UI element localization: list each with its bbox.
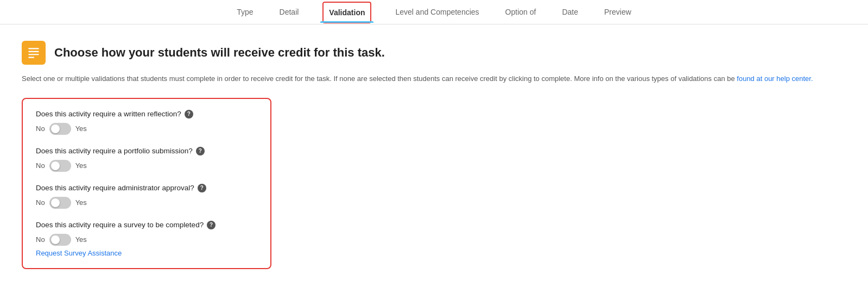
toggle-yes-label-portfolio-submission: Yes bbox=[75, 161, 87, 170]
toggle-yes-label-written-reflection: Yes bbox=[75, 125, 87, 133]
toggle-no-label-administrator-approval: No bbox=[36, 198, 45, 207]
toggle-switch-survey-completed[interactable] bbox=[49, 234, 71, 246]
tab-preview[interactable]: Preview bbox=[602, 0, 633, 24]
toggle-switch-portfolio-submission[interactable] bbox=[49, 160, 71, 172]
tab-level-competencies[interactable]: Level and Competencies bbox=[393, 0, 481, 24]
toggle-row-written-reflection: NoYes bbox=[36, 123, 257, 135]
toggle-slider-administrator-approval bbox=[49, 197, 71, 209]
description-before-link: Select one or multiple validations that … bbox=[22, 74, 737, 83]
toggle-no-label-portfolio-submission: No bbox=[36, 161, 45, 170]
toggle-row-portfolio-submission: NoYes bbox=[36, 160, 257, 172]
question-row-portfolio-submission: Does this activity require a portfolio s… bbox=[36, 147, 257, 172]
tab-date[interactable]: Date bbox=[560, 0, 580, 24]
tab-validation[interactable]: Validation bbox=[322, 2, 371, 23]
toggle-yes-label-administrator-approval: Yes bbox=[75, 198, 87, 207]
question-label-portfolio-submission: Does this activity require a portfolio s… bbox=[36, 147, 257, 155]
help-icon-written-reflection[interactable]: ? bbox=[185, 110, 193, 119]
toggle-yes-label-survey-completed: Yes bbox=[75, 235, 87, 244]
toggle-switch-administrator-approval[interactable] bbox=[49, 197, 71, 209]
tab-detail[interactable]: Detail bbox=[277, 0, 301, 24]
svg-rect-0 bbox=[28, 48, 39, 49]
question-row-written-reflection: Does this activity require a written ref… bbox=[36, 110, 257, 135]
toggle-row-survey-completed: NoYes bbox=[36, 234, 257, 246]
validation-box: Does this activity require a written ref… bbox=[22, 98, 271, 269]
tab-option-of[interactable]: Option of bbox=[503, 0, 538, 24]
svg-rect-2 bbox=[28, 54, 39, 55]
question-row-survey-completed: Does this activity require a survey to b… bbox=[36, 221, 257, 257]
tab-type[interactable]: Type bbox=[235, 0, 255, 24]
svg-rect-1 bbox=[28, 51, 39, 52]
help-center-link[interactable]: found at our help center. bbox=[737, 74, 813, 83]
help-icon-portfolio-submission[interactable]: ? bbox=[196, 147, 205, 155]
tab-navigation: TypeDetailValidationLevel and Competenci… bbox=[0, 0, 868, 24]
svg-rect-3 bbox=[28, 57, 34, 58]
main-content: Choose how your students will receive cr… bbox=[0, 24, 847, 285]
page-header: Choose how your students will receive cr… bbox=[22, 41, 825, 65]
page-title: Choose how your students will receive cr… bbox=[54, 46, 385, 60]
question-label-written-reflection: Does this activity require a written ref… bbox=[36, 110, 257, 119]
toggle-slider-portfolio-submission bbox=[49, 160, 71, 172]
toggle-switch-written-reflection[interactable] bbox=[49, 123, 71, 135]
help-icon-administrator-approval[interactable]: ? bbox=[198, 184, 206, 192]
description-text: Select one or multiple validations that … bbox=[22, 73, 825, 85]
question-label-survey-completed: Does this activity require a survey to b… bbox=[36, 221, 257, 229]
toggle-no-label-written-reflection: No bbox=[36, 125, 45, 133]
task-icon bbox=[22, 41, 46, 65]
question-label-administrator-approval: Does this activity require administrator… bbox=[36, 184, 257, 192]
toggle-no-label-survey-completed: No bbox=[36, 235, 45, 244]
question-row-administrator-approval: Does this activity require administrator… bbox=[36, 184, 257, 209]
toggle-row-administrator-approval: NoYes bbox=[36, 197, 257, 209]
toggle-slider-written-reflection bbox=[49, 123, 71, 135]
toggle-slider-survey-completed bbox=[49, 234, 71, 246]
survey-assistance-link[interactable]: Request Survey Assistance bbox=[36, 249, 257, 257]
help-icon-survey-completed[interactable]: ? bbox=[207, 221, 216, 229]
